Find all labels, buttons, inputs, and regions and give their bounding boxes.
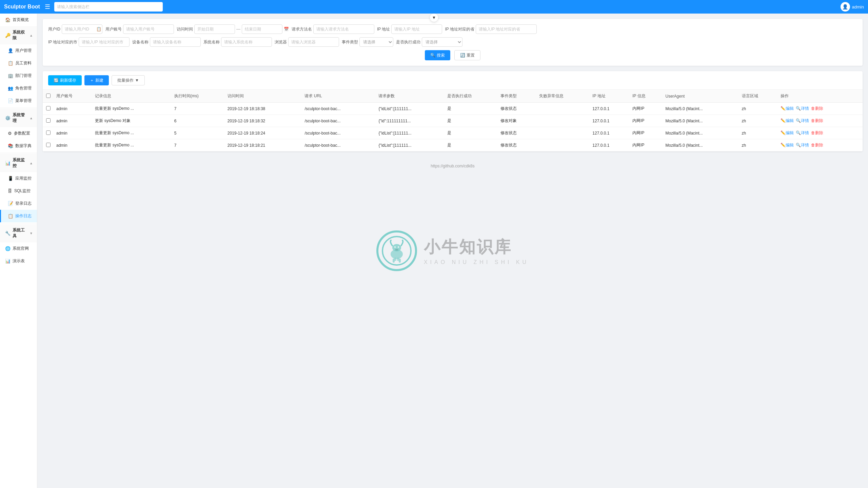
search-input[interactable] [54,2,163,12]
cell-locale-3: zh [739,139,778,151]
browser-input[interactable] [288,37,339,47]
footer-link[interactable]: https://github.com/cdk8s [431,164,474,168]
is-success-select[interactable]: 请选择 [422,37,462,47]
search-button[interactable]: 🔍 搜索 [425,50,450,60]
cell-user-agent-2: Mozilla/5.0 (Macint... [663,127,739,139]
delete-link-2[interactable]: 🗑删除 [811,130,823,136]
select-all-checkbox[interactable] [46,94,51,98]
sidebar-item-app-monitor[interactable]: 📱 应用监控 [0,172,37,185]
sidebar-label-login-log: 登录日志 [15,201,32,206]
sidebar-item-website[interactable]: 🌐 系统官网 [0,242,37,255]
sidebar-group-monitor[interactable]: 📊 系统监控 ▲ [0,154,37,172]
sidebar-group-permissions[interactable]: 🔑 系统权限 ▲ [0,26,37,44]
sidebar-item-op-log[interactable]: 📋 操作日志 [0,210,37,222]
avatar: 👤 [841,2,850,12]
sidebar-item-data-dict[interactable]: 📚 数据字典 [0,140,37,152]
delete-link-1[interactable]: 🗑删除 [811,118,823,124]
sidebar-item-menu-mgmt[interactable]: 📄 菜单管理 [0,95,37,107]
sidebar-item-sql-monitor[interactable]: 🗄 SQL监控 [0,185,37,197]
edit-link-3[interactable]: ✏️编辑 [781,142,794,148]
main-content: ▼ 用户ID 📋 用户账号 访问时间 — [37,14,868,488]
ip-city-input[interactable] [79,37,130,47]
cell-locale-0: zh [739,103,778,115]
reset-icon: 🔄 [460,53,465,58]
op-log-icon: 📋 [8,214,13,219]
add-button[interactable]: ＋ 新建 [84,75,109,85]
cell-success-0: 是 [445,103,498,115]
row-checkbox-3[interactable] [46,143,51,147]
user-account-input[interactable] [123,24,174,34]
reset-button[interactable]: 🔄 重置 [454,50,480,60]
ip-input[interactable] [391,24,442,34]
date-range: — 📅 [194,24,289,34]
sidebar-label-menu-mgmt: 菜单管理 [15,98,32,104]
sidebar-item-user-mgmt[interactable]: 👤 用户管理 [0,44,37,57]
filter-ip-city-label: IP 地址对应的市 [48,39,77,45]
chevron-up-icon: ▲ [29,34,33,37]
header: Sculptor Boot ☰ 👤 admin [0,0,868,14]
cell-event-type-2: 修改状态 [498,127,536,139]
col-fail-info: 失败异常信息 [536,90,590,103]
delete-link-3[interactable]: 🗑删除 [811,142,823,148]
website-icon: 🌐 [5,246,11,251]
delete-link-0[interactable]: 🗑删除 [811,106,823,111]
search-icon: 🔍 [430,53,435,58]
end-date-input[interactable] [242,24,282,34]
header-search [54,2,163,12]
role-icon: 👥 [8,86,13,91]
sidebar-item-login-log[interactable]: 📝 登录日志 [0,197,37,210]
detail-link-3[interactable]: 🔍详情 [796,142,809,148]
filter-request-method: 请求方法名 [292,24,374,34]
col-record-info: 记录信息 [92,90,171,103]
param-icon: ⚙ [8,131,12,136]
cell-visit-time-2: 2019-12-19 18:18:24 [225,127,302,139]
sidebar-item-overview[interactable]: 🏠 首页概览 [0,14,37,26]
sql-icon: 🗄 [8,188,12,194]
menu-toggle-icon[interactable]: ☰ [45,3,50,11]
add-icon: ＋ [90,78,94,83]
filter-browser-label: 浏览器 [275,39,287,45]
sidebar-item-role-mgmt[interactable]: 👥 角色管理 [0,82,37,95]
reset-button-label: 重置 [467,53,475,58]
filter-ip-city: IP 地址对应的市 [48,37,130,47]
request-method-input[interactable] [313,24,374,34]
sidebar-item-param-config[interactable]: ⚙ 参数配置 [0,127,37,140]
detail-link-0[interactable]: 🔍详情 [796,106,809,111]
refresh-save-button[interactable]: 🔃 刷新缓存 [48,75,82,85]
device-input[interactable] [150,37,201,47]
batch-op-button[interactable]: 批量操作 ▼ [112,75,145,85]
sidebar-label-employee-info: 员工资料 [15,60,32,66]
scroll-chevron[interactable]: ▼ [430,14,438,22]
row-checkbox-cell [43,103,54,115]
filter-event-type-label: 事件类型 [342,39,358,45]
sidebar-label-website: 系统官网 [13,246,29,251]
row-checkbox-2[interactable] [46,130,51,135]
cell-event-type-3: 修改状态 [498,139,536,151]
filter-is-success-label: 是否执行成功 [396,39,420,45]
sidebar-group-system-config[interactable]: ⚙️ 系统管理 ▲ [0,109,37,127]
edit-link-2[interactable]: ✏️编辑 [781,130,794,136]
sidebar-group-tools[interactable]: 🔧 系统工具 ▼ [0,224,37,242]
row-checkbox-cell [43,127,54,139]
system-input[interactable] [221,37,272,47]
sidebar-label-sql-monitor: SQL监控 [14,188,31,194]
col-request-url: 请求 URL [302,90,376,103]
detail-link-1[interactable]: 🔍详情 [796,118,809,124]
sidebar-item-demo[interactable]: 📊 演示表 [0,255,37,267]
start-date-input[interactable] [194,24,235,34]
row-checkbox-1[interactable] [46,118,51,123]
cell-params-1: {"id":111111111... [376,115,444,127]
ip-province-input[interactable] [476,24,537,34]
sidebar-item-employee-info[interactable]: 📋 员工资料 [0,57,37,69]
edit-link-0[interactable]: ✏️编辑 [781,106,794,111]
menu-icon: 📄 [8,98,13,103]
event-type-select[interactable]: 请选择 [359,37,393,47]
table-card: 🔃 刷新缓存 ＋ 新建 批量操作 ▼ [43,71,863,151]
detail-link-2[interactable]: 🔍详情 [796,130,809,136]
row-checkbox-0[interactable] [46,106,51,110]
filter-is-success: 是否执行成功 请选择 [396,37,462,47]
cell-record-0: 批量更新 sysDemo ... [92,103,171,115]
sidebar-item-dept-mgmt[interactable]: 🏢 部门管理 [0,69,37,82]
edit-link-1[interactable]: ✏️编辑 [781,118,794,124]
sidebar-label-overview: 首页概览 [13,17,29,23]
